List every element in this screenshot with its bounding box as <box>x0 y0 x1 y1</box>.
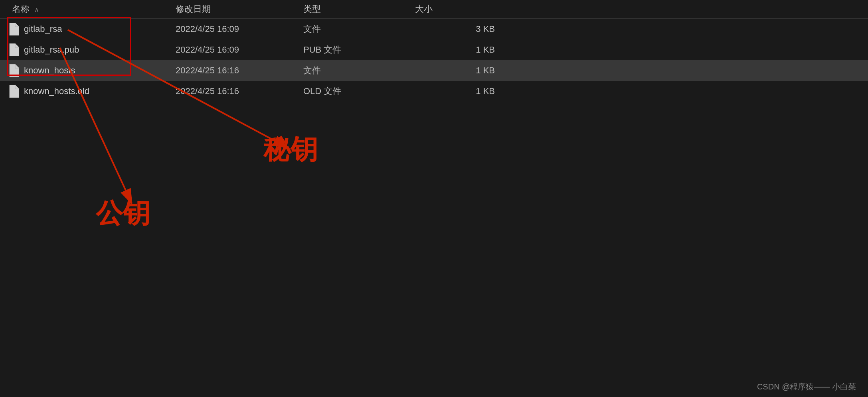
file-size: 3 KB <box>415 24 495 34</box>
file-size: 1 KB <box>415 65 495 76</box>
file-date: 2022/4/25 16:16 <box>176 65 303 76</box>
file-name-col: gitlab_rsa <box>8 23 176 35</box>
label-gongjian: 公钥 <box>96 195 150 232</box>
sort-arrow: ∧ <box>34 6 39 14</box>
file-icon <box>8 23 19 35</box>
table-row[interactable]: known_hosts.old 2022/4/25 16:16 OLD 文件 1… <box>0 81 868 102</box>
file-name-col: known_hosts.old <box>8 85 176 98</box>
file-name-col: known_hosts <box>8 64 176 77</box>
file-date: 2022/4/25 16:09 <box>176 45 303 55</box>
file-type: PUB 文件 <box>303 44 415 56</box>
table-row[interactable]: gitlab_rsa 2022/4/25 16:09 文件 3 KB <box>0 19 868 39</box>
file-icon <box>8 43 19 56</box>
file-name: gitlab_rsa.pub <box>24 45 79 55</box>
file-name-col: gitlab_rsa.pub <box>8 43 176 56</box>
file-size: 1 KB <box>415 86 495 96</box>
file-name: gitlab_rsa <box>24 24 62 34</box>
file-icon <box>8 64 19 77</box>
file-explorer: 名称 ∧ 修改日期 类型 大小 gitlab_rsa 2022/4/25 16:… <box>0 0 868 397</box>
col-name-header[interactable]: 名称 ∧ <box>8 3 176 15</box>
file-name: known_hosts <box>24 65 75 76</box>
file-name: known_hosts.old <box>24 86 89 96</box>
label-mishi: 秘钥 <box>263 132 318 168</box>
file-type: 文件 <box>303 23 415 35</box>
table-row[interactable]: known_hosts 2022/4/25 16:16 文件 1 KB <box>0 60 868 81</box>
file-icon <box>8 85 19 98</box>
file-type: OLD 文件 <box>303 85 415 97</box>
file-date: 2022/4/25 16:09 <box>176 24 303 34</box>
file-date: 2022/4/25 16:16 <box>176 86 303 96</box>
table-header: 名称 ∧ 修改日期 类型 大小 <box>0 0 868 19</box>
table-row[interactable]: gitlab_rsa.pub 2022/4/25 16:09 PUB 文件 1 … <box>0 39 868 60</box>
col-type-header[interactable]: 类型 <box>303 3 415 15</box>
file-size: 1 KB <box>415 45 495 55</box>
watermark: CSDN @程序猿—— 小白菜 <box>757 381 856 392</box>
col-size-header[interactable]: 大小 <box>415 3 495 15</box>
col-date-header[interactable]: 修改日期 <box>176 3 303 15</box>
file-type: 文件 <box>303 65 415 77</box>
